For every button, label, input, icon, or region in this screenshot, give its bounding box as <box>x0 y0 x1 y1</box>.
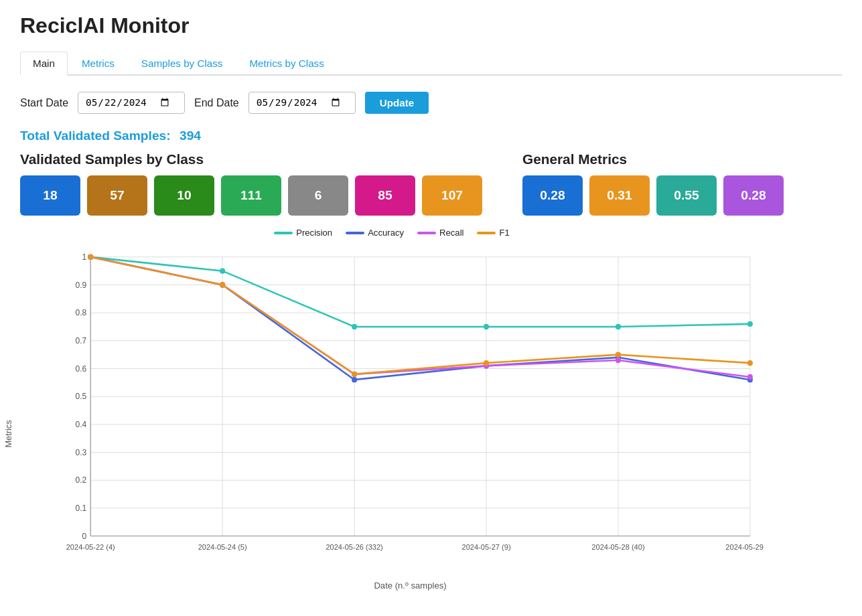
legend-label: Precision <box>296 228 332 238</box>
end-date-wrapper[interactable] <box>248 92 356 113</box>
sample-badge: 10 <box>154 175 214 216</box>
legend-item: Accuracy <box>346 228 404 238</box>
svg-text:0.8: 0.8 <box>75 308 86 317</box>
svg-point-38 <box>352 324 357 329</box>
legend-item: Recall <box>417 228 463 238</box>
svg-point-55 <box>220 282 225 287</box>
sections-row: Validated Samples by Class 1857101116851… <box>20 151 842 216</box>
y-axis-label: Metrics <box>3 420 13 447</box>
legend-item: F1 <box>477 228 509 238</box>
tab-bar: Main Metrics Samples by Class Metrics by… <box>20 52 842 76</box>
svg-point-56 <box>352 372 357 377</box>
date-filter-row: Start Date End Date Update <box>20 92 842 114</box>
general-metrics-title: General Metrics <box>522 151 784 167</box>
svg-text:0.5: 0.5 <box>75 392 86 401</box>
chart-container: PrecisionAccuracyRecallF1 Metrics 00.10.… <box>20 228 764 616</box>
chart-legend: PrecisionAccuracyRecallF1 <box>20 228 764 238</box>
general-metrics-section: General Metrics 0.280.310.550.28 <box>522 151 784 216</box>
svg-point-58 <box>616 352 621 358</box>
svg-point-44 <box>352 377 357 382</box>
chart-area: 00.10.20.30.40.50.60.70.80.912024-05-22 … <box>57 243 764 578</box>
svg-text:1: 1 <box>82 252 87 262</box>
sample-badge: 107 <box>422 175 482 216</box>
legend-label: Accuracy <box>368 228 404 238</box>
svg-text:2024-05-28 (40): 2024-05-28 (40) <box>591 543 644 551</box>
legend-label: F1 <box>499 228 509 238</box>
start-date-wrapper[interactable] <box>78 92 185 113</box>
legend-label: Recall <box>439 228 463 238</box>
svg-text:0.4: 0.4 <box>75 420 86 429</box>
start-date-label: Start Date <box>20 97 68 109</box>
svg-point-53 <box>747 374 753 380</box>
svg-point-54 <box>88 254 93 260</box>
svg-text:0.2: 0.2 <box>75 475 86 485</box>
samples-by-class-title: Validated Samples by Class <box>20 151 482 167</box>
samples-by-class-section: Validated Samples by Class 1857101116851… <box>20 151 482 216</box>
svg-text:0.9: 0.9 <box>75 280 86 289</box>
start-date-input[interactable] <box>85 96 171 108</box>
svg-text:0.7: 0.7 <box>75 336 86 345</box>
svg-point-57 <box>484 360 489 366</box>
svg-text:2024-05-22 (4): 2024-05-22 (4) <box>66 543 115 551</box>
tab-metrics-by-class[interactable]: Metrics by Class <box>236 52 336 74</box>
svg-text:0.1: 0.1 <box>75 504 86 513</box>
svg-point-39 <box>484 324 489 329</box>
x-axis-label: Date (n.º samples) <box>57 581 764 591</box>
metrics-badges: 0.280.310.550.28 <box>522 175 784 216</box>
legend-item: Precision <box>274 228 332 238</box>
total-samples-line: Total Validated Samples: 394 <box>20 129 842 143</box>
metric-badge: 0.31 <box>589 175 650 216</box>
svg-text:0: 0 <box>82 531 87 540</box>
total-samples-label: Total Validated Samples: <box>20 129 171 143</box>
tab-main[interactable]: Main <box>20 52 68 76</box>
metric-badge: 0.28 <box>522 175 583 216</box>
svg-text:0.6: 0.6 <box>75 364 86 373</box>
svg-text:2024-05-29 (4): 2024-05-29 (4) <box>725 543 764 551</box>
svg-text:2024-05-26 (332): 2024-05-26 (332) <box>326 543 383 551</box>
svg-point-59 <box>747 360 753 366</box>
sample-badge: 57 <box>87 175 147 216</box>
svg-text:2024-05-27 (9): 2024-05-27 (9) <box>462 543 511 551</box>
svg-point-37 <box>220 268 225 274</box>
end-date-label: End Date <box>194 97 239 109</box>
svg-text:2024-05-24 (5): 2024-05-24 (5) <box>198 543 247 551</box>
svg-point-40 <box>616 324 621 329</box>
tab-metrics[interactable]: Metrics <box>69 52 127 74</box>
sample-badge: 18 <box>20 175 80 216</box>
sample-badge: 85 <box>355 175 415 216</box>
app-title: ReciclAI Monitor <box>20 13 842 38</box>
update-button[interactable]: Update <box>365 92 429 114</box>
svg-point-41 <box>747 321 753 327</box>
metric-badge: 0.55 <box>656 175 717 216</box>
metric-badge: 0.28 <box>723 175 784 216</box>
end-date-input[interactable] <box>256 96 342 108</box>
sample-badge: 6 <box>288 175 348 216</box>
total-samples-value: 394 <box>179 129 201 143</box>
svg-text:0.3: 0.3 <box>75 447 86 457</box>
tab-samples-by-class[interactable]: Samples by Class <box>129 52 236 74</box>
sample-badge: 111 <box>221 175 281 216</box>
svg-point-52 <box>616 358 621 363</box>
samples-badges: 185710111685107 <box>20 175 482 216</box>
